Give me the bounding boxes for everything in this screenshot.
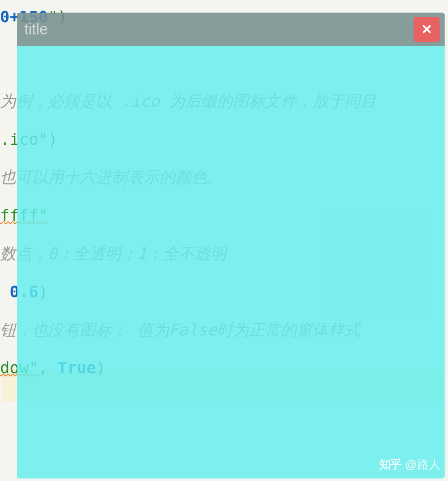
window-body — [17, 46, 445, 478]
watermark-user: @路人 — [405, 457, 440, 473]
zhihu-logo: 知乎 — [379, 457, 401, 473]
demo-window[interactable]: title ✕ — [17, 13, 445, 478]
window-title: title — [24, 21, 48, 38]
window-titlebar[interactable]: title ✕ — [17, 13, 445, 46]
close-button[interactable]: ✕ — [414, 17, 440, 42]
watermark: 知乎 @路人 — [379, 457, 440, 473]
close-icon: ✕ — [421, 21, 432, 37]
